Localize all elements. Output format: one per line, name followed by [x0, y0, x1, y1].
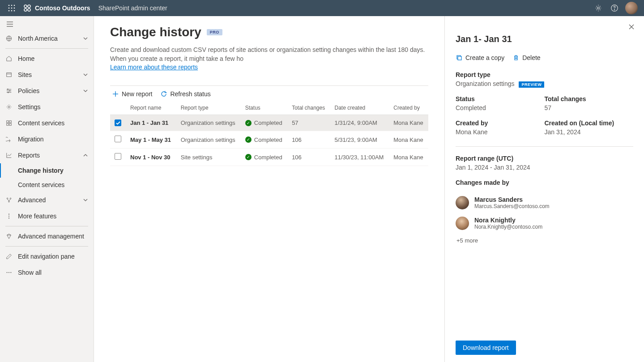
- col-by[interactable]: Created by: [389, 101, 428, 115]
- nav-edit-navigation[interactable]: Edit navigation pane: [0, 248, 94, 264]
- cell-status: ✓Completed: [241, 115, 287, 131]
- org-name: Contoso Outdoors: [35, 4, 90, 12]
- col-status[interactable]: Status: [241, 101, 287, 115]
- app-launcher-icon[interactable]: [4, 0, 20, 16]
- report-range-value: Jan 1, 2024 - Jan 31, 2024: [456, 164, 633, 171]
- help-icon[interactable]: [606, 0, 623, 16]
- left-nav: North America Home Sites Policies Settin…: [0, 16, 94, 362]
- svg-point-30: [8, 106, 10, 108]
- command-bar: New report Refresh status: [110, 87, 428, 101]
- content-icon: [5, 119, 13, 127]
- table-row[interactable]: Nov 1 - Nov 30 Site settings ✓Completed …: [110, 149, 428, 166]
- total-changes-label: Total changes: [545, 95, 634, 102]
- col-total[interactable]: Total changes: [287, 101, 330, 115]
- nav-collapse-icon[interactable]: [2, 18, 18, 30]
- svg-point-6: [9, 10, 10, 12]
- globe-icon: [5, 35, 13, 42]
- more-people-link[interactable]: +5 more: [456, 237, 633, 244]
- check-icon: ✓: [245, 154, 252, 160]
- nav-change-history[interactable]: Change history: [0, 163, 94, 178]
- trash-icon: [512, 54, 520, 61]
- svg-line-39: [9, 199, 11, 201]
- table-row[interactable]: May 1 - May 31 Organization settings ✓Co…: [110, 131, 428, 149]
- svg-point-3: [9, 8, 10, 9]
- person-item: Marcus Sanders Marcus.Sanders@contoso.co…: [456, 196, 633, 209]
- settings-icon[interactable]: [590, 0, 606, 16]
- panel-title: Jan 1- Jan 31: [456, 34, 633, 44]
- created-on-label: Created on (Local time): [545, 119, 634, 127]
- col-type[interactable]: Report type: [176, 101, 241, 115]
- report-range-label: Report range (UTC): [456, 155, 633, 162]
- table-row[interactable]: Jan 1 - Jan 31 Organization settings ✓Co…: [110, 115, 428, 131]
- svg-point-41: [9, 216, 9, 217]
- svg-point-15: [614, 9, 614, 10]
- svg-point-4: [11, 8, 13, 9]
- nav-advanced[interactable]: Advanced: [0, 192, 94, 208]
- more-icon: [5, 213, 13, 220]
- nav-policies[interactable]: Policies: [0, 83, 94, 99]
- refresh-status-button[interactable]: Refresh status: [160, 90, 210, 98]
- nav-reports[interactable]: Reports: [0, 147, 94, 163]
- nav-more-features[interactable]: More features: [0, 208, 94, 224]
- nav-settings[interactable]: Settings: [0, 99, 94, 115]
- nav-content-services[interactable]: Content services: [0, 115, 94, 131]
- svg-point-37: [9, 201, 10, 202]
- diamond-icon: [5, 233, 13, 240]
- row-checkbox[interactable]: [115, 153, 121, 160]
- svg-point-11: [24, 9, 27, 11]
- org-brand[interactable]: Contoso Outdoors: [23, 4, 90, 12]
- svg-point-8: [14, 10, 15, 12]
- col-name[interactable]: Report name: [126, 101, 176, 115]
- cell-type: Site settings: [176, 149, 241, 166]
- sites-icon: [5, 71, 13, 78]
- cell-status: ✓Completed: [241, 149, 287, 166]
- created-by-value: Mona Kane: [456, 128, 545, 136]
- plus-icon: [112, 90, 119, 98]
- account-avatar[interactable]: [625, 2, 638, 14]
- close-panel-button[interactable]: [626, 21, 637, 32]
- svg-point-2: [14, 5, 15, 6]
- learn-more-link[interactable]: Learn more about these reports: [110, 64, 198, 71]
- delete-button[interactable]: Delete: [512, 54, 540, 61]
- cell-by: Mona Kane: [389, 131, 428, 149]
- policies-icon: [5, 87, 13, 94]
- cell-date: 5/31/23, 9:00AM: [330, 131, 389, 149]
- nav-show-all[interactable]: Show all: [0, 264, 94, 281]
- nav-migration[interactable]: Migration: [0, 131, 94, 147]
- new-report-button[interactable]: New report: [112, 90, 152, 98]
- brand-icon: [23, 4, 31, 12]
- cell-status: ✓Completed: [241, 131, 287, 149]
- chevron-down-icon: [83, 72, 88, 77]
- nav-advanced-management[interactable]: Advanced management: [0, 228, 94, 244]
- cell-date: 1/31/24, 9:00AM: [330, 115, 389, 131]
- svg-rect-33: [7, 124, 9, 125]
- preview-badge: PREVIEW: [519, 81, 544, 88]
- col-date[interactable]: Date created: [330, 101, 389, 115]
- svg-point-5: [14, 8, 15, 9]
- row-checkbox[interactable]: [115, 136, 121, 142]
- report-type-label: Report type: [456, 71, 633, 78]
- person-name: Nora Knightly: [474, 217, 542, 224]
- row-checkbox[interactable]: [115, 119, 121, 126]
- refresh-icon: [160, 90, 167, 98]
- nav-sites[interactable]: Sites: [0, 67, 94, 83]
- svg-rect-32: [9, 121, 11, 123]
- ellipsis-icon: [5, 269, 13, 276]
- svg-point-12: [28, 9, 30, 11]
- person-item: Nora Knightly Nora.Knightly@contoso.com: [456, 217, 633, 230]
- advanced-icon: [5, 196, 13, 204]
- svg-line-38: [8, 199, 9, 201]
- created-by-label: Created by: [456, 119, 545, 127]
- check-icon: ✓: [245, 136, 252, 143]
- download-report-button[interactable]: Download report: [456, 341, 516, 355]
- person-avatar: [456, 217, 469, 230]
- copy-icon: [456, 54, 463, 61]
- person-name: Marcus Sanders: [474, 196, 550, 203]
- nav-home[interactable]: Home: [0, 51, 94, 67]
- create-copy-button[interactable]: Create a copy: [456, 54, 504, 61]
- svg-point-46: [10, 272, 11, 273]
- chevron-up-icon: [83, 153, 88, 158]
- cell-total: 106: [287, 149, 330, 166]
- nav-region[interactable]: North America: [0, 30, 94, 47]
- nav-reports-content-services[interactable]: Content services: [0, 178, 94, 192]
